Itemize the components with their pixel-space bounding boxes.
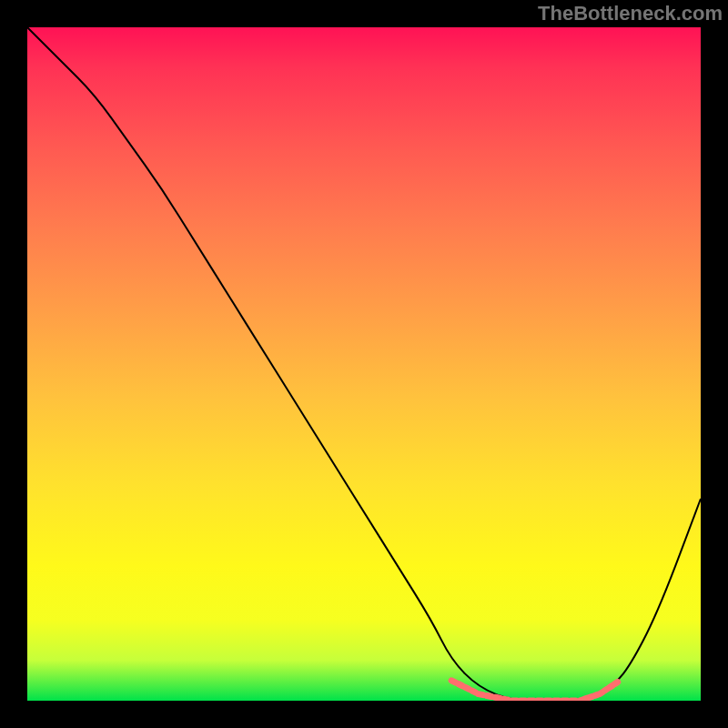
highlight-dash [471, 691, 475, 693]
highlight-dash [465, 687, 469, 689]
highlight-dash [605, 689, 608, 691]
highlight-dash [615, 682, 618, 684]
bottleneck-curve [27, 27, 701, 701]
highlight-dash [459, 684, 462, 686]
highlight-dash [479, 694, 483, 695]
chart-svg [27, 27, 701, 701]
highlight-dash [495, 697, 500, 698]
highlight-dash [610, 685, 612, 687]
chart-frame: TheBottleneck.com [0, 0, 728, 728]
highlight-dash [451, 681, 455, 682]
watermark-label: TheBottleneck.com [538, 2, 723, 25]
highlight-dash [487, 696, 491, 697]
plot-area [27, 27, 701, 701]
highlight-dash [504, 699, 509, 700]
